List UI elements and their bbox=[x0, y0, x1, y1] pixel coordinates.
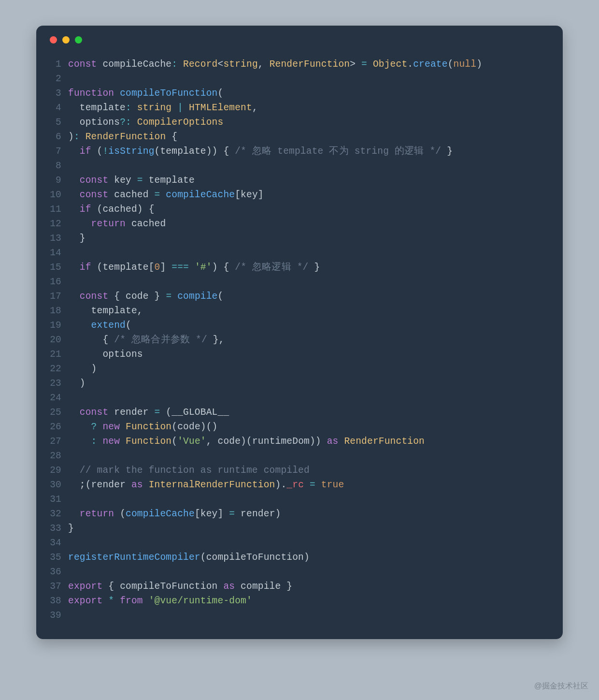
code-line: 4 template: string | HTMLElement, bbox=[46, 101, 553, 115]
line-number: 14 bbox=[46, 246, 68, 260]
code-line: 15 if (template[0] === '#') { /* 忽略逻辑 */… bbox=[46, 260, 553, 275]
code-line: 3function compileToFunction( bbox=[46, 86, 553, 101]
line-number: 2 bbox=[46, 72, 68, 86]
line-number: 28 bbox=[46, 449, 68, 463]
minimize-icon[interactable] bbox=[62, 36, 70, 44]
line-number: 31 bbox=[46, 492, 68, 507]
line-number: 21 bbox=[46, 347, 68, 362]
line-content: if (cached) { bbox=[68, 202, 553, 217]
line-number: 35 bbox=[46, 550, 68, 565]
line-content bbox=[68, 565, 553, 579]
traffic-lights bbox=[36, 36, 563, 57]
line-number: 16 bbox=[46, 275, 68, 289]
line-number: 39 bbox=[46, 608, 68, 623]
line-content: const cached = compileCache[key] bbox=[68, 188, 553, 202]
code-line: 31 bbox=[46, 492, 553, 507]
line-number: 7 bbox=[46, 144, 68, 159]
line-number: 3 bbox=[46, 86, 68, 101]
line-number: 32 bbox=[46, 507, 68, 521]
line-number: 5 bbox=[46, 115, 68, 130]
line-number: 38 bbox=[46, 594, 68, 608]
code-line: 22 ) bbox=[46, 362, 553, 376]
line-content bbox=[68, 608, 553, 623]
code-line: 10 const cached = compileCache[key] bbox=[46, 188, 553, 202]
line-content bbox=[68, 159, 553, 173]
code-line: 12 return cached bbox=[46, 217, 553, 231]
line-content bbox=[68, 275, 553, 289]
line-number: 18 bbox=[46, 304, 68, 318]
line-content: } bbox=[68, 231, 553, 246]
line-number: 13 bbox=[46, 231, 68, 246]
code-line: 17 const { code } = compile( bbox=[46, 289, 553, 304]
line-content: const render = (__GLOBAL__ bbox=[68, 405, 553, 420]
line-content bbox=[68, 391, 553, 405]
code-window: 1const compileCache: Record<string, Rend… bbox=[36, 26, 563, 639]
code-line: 11 if (cached) { bbox=[46, 202, 553, 217]
line-content: return cached bbox=[68, 217, 553, 231]
line-content: ? new Function(code)() bbox=[68, 420, 553, 434]
line-number: 6 bbox=[46, 130, 68, 144]
code-line: 36 bbox=[46, 565, 553, 579]
code-line: 5 options?: CompilerOptions bbox=[46, 115, 553, 130]
code-line: 23 ) bbox=[46, 376, 553, 391]
line-number: 12 bbox=[46, 217, 68, 231]
code-line: 32 return (compileCache[key] = render) bbox=[46, 507, 553, 521]
line-content: // mark the function as runtime compiled bbox=[68, 463, 553, 478]
line-content: ): RenderFunction { bbox=[68, 130, 553, 144]
line-number: 29 bbox=[46, 463, 68, 478]
close-icon[interactable] bbox=[50, 36, 57, 44]
line-number: 20 bbox=[46, 333, 68, 347]
code-line: 20 { /* 忽略合并参数 */ }, bbox=[46, 333, 553, 347]
code-line: 8 bbox=[46, 159, 553, 173]
code-line: 38export * from '@vue/runtime-dom' bbox=[46, 594, 553, 608]
code-line: 18 template, bbox=[46, 304, 553, 318]
line-content: export * from '@vue/runtime-dom' bbox=[68, 594, 553, 608]
line-content: const compileCache: Record<string, Rende… bbox=[68, 57, 553, 72]
line-content: if (template[0] === '#') { /* 忽略逻辑 */ } bbox=[68, 260, 553, 275]
code-line: 7 if (!isString(template)) { /* 忽略 templ… bbox=[46, 144, 553, 159]
code-line: 35registerRuntimeCompiler(compileToFunct… bbox=[46, 550, 553, 565]
line-content: if (!isString(template)) { /* 忽略 templat… bbox=[68, 144, 553, 159]
line-content bbox=[68, 492, 553, 507]
code-line: 30 ;(render as InternalRenderFunction)._… bbox=[46, 478, 553, 492]
code-line: 16 bbox=[46, 275, 553, 289]
code-line: 13 } bbox=[46, 231, 553, 246]
line-content: registerRuntimeCompiler(compileToFunctio… bbox=[68, 550, 553, 565]
line-number: 11 bbox=[46, 202, 68, 217]
line-content: } bbox=[68, 521, 553, 536]
line-content: ) bbox=[68, 376, 553, 391]
code-line: 14 bbox=[46, 246, 553, 260]
line-number: 27 bbox=[46, 434, 68, 449]
line-content: ) bbox=[68, 362, 553, 376]
line-content: extend( bbox=[68, 318, 553, 333]
line-number: 15 bbox=[46, 260, 68, 275]
line-content bbox=[68, 72, 553, 86]
code-line: 1const compileCache: Record<string, Rend… bbox=[46, 57, 553, 72]
line-number: 36 bbox=[46, 565, 68, 579]
code-line: 2 bbox=[46, 72, 553, 86]
line-content bbox=[68, 246, 553, 260]
line-number: 19 bbox=[46, 318, 68, 333]
line-content: { /* 忽略合并参数 */ }, bbox=[68, 333, 553, 347]
line-content: options?: CompilerOptions bbox=[68, 115, 553, 130]
line-content: ;(render as InternalRenderFunction)._rc … bbox=[68, 478, 553, 492]
maximize-icon[interactable] bbox=[75, 36, 82, 44]
line-number: 25 bbox=[46, 405, 68, 420]
line-number: 8 bbox=[46, 159, 68, 173]
code-line: 29 // mark the function as runtime compi… bbox=[46, 463, 553, 478]
code-line: 24 bbox=[46, 391, 553, 405]
code-line: 37export { compileToFunction as compile … bbox=[46, 579, 553, 594]
line-number: 10 bbox=[46, 188, 68, 202]
line-content: const { code } = compile( bbox=[68, 289, 553, 304]
watermark: @掘金技术社区 bbox=[534, 681, 588, 691]
line-content: : new Function('Vue', code)(runtimeDom))… bbox=[68, 434, 553, 449]
line-content: template: string | HTMLElement, bbox=[68, 101, 553, 115]
line-content: const key = template bbox=[68, 173, 553, 188]
code-line: 33} bbox=[46, 521, 553, 536]
line-number: 22 bbox=[46, 362, 68, 376]
code-line: 26 ? new Function(code)() bbox=[46, 420, 553, 434]
line-content: export { compileToFunction as compile } bbox=[68, 579, 553, 594]
line-number: 26 bbox=[46, 420, 68, 434]
line-number: 4 bbox=[46, 101, 68, 115]
line-number: 23 bbox=[46, 376, 68, 391]
